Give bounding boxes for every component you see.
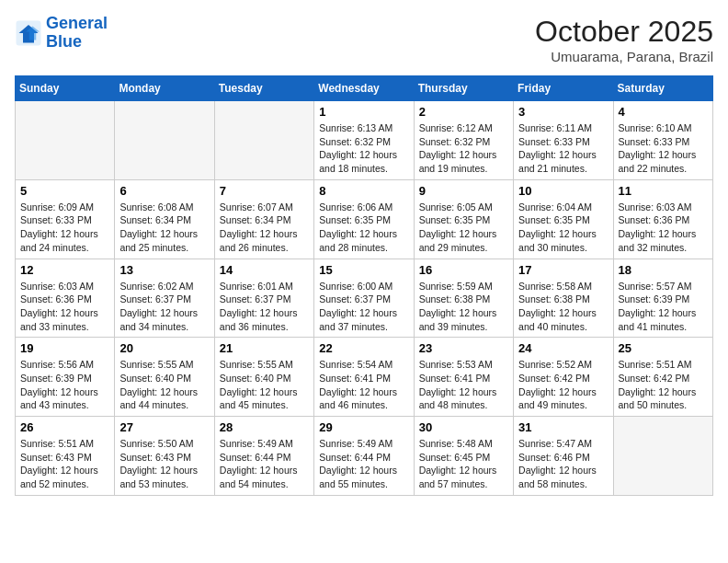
day-info: Sunrise: 5:55 AM Sunset: 6:40 PM Dayligh… [220, 358, 309, 412]
day-cell: 6Sunrise: 6:08 AM Sunset: 6:34 PM Daylig… [115, 179, 214, 259]
header-day-sunday: Sunday [16, 76, 115, 101]
day-cell: 3Sunrise: 6:11 AM Sunset: 6:33 PM Daylig… [514, 101, 613, 180]
day-cell: 19Sunrise: 5:56 AM Sunset: 6:39 PM Dayli… [16, 338, 115, 417]
day-number: 18 [619, 263, 708, 277]
day-info: Sunrise: 6:03 AM Sunset: 6:36 PM Dayligh… [619, 201, 708, 255]
day-cell: 21Sunrise: 5:55 AM Sunset: 6:40 PM Dayli… [214, 338, 313, 417]
day-number: 31 [518, 420, 608, 434]
day-info: Sunrise: 6:13 AM Sunset: 6:32 PM Dayligh… [319, 121, 408, 176]
header-day-thursday: Thursday [414, 76, 513, 101]
calendar-header: SundayMondayTuesdayWednesdayThursdayFrid… [16, 76, 713, 101]
day-cell: 30Sunrise: 5:48 AM Sunset: 6:45 PM Dayli… [414, 417, 513, 496]
day-info: Sunrise: 5:55 AM Sunset: 6:40 PM Dayligh… [119, 358, 209, 412]
day-number: 24 [518, 341, 608, 355]
day-number: 11 [619, 184, 708, 198]
day-info: Sunrise: 5:58 AM Sunset: 6:38 PM Dayligh… [518, 280, 608, 334]
day-info: Sunrise: 5:53 AM Sunset: 6:41 PM Dayligh… [419, 358, 508, 412]
day-cell [115, 101, 214, 180]
day-cell: 20Sunrise: 5:55 AM Sunset: 6:40 PM Dayli… [115, 338, 214, 417]
day-number: 16 [419, 263, 508, 277]
day-number: 26 [20, 420, 109, 434]
day-info: Sunrise: 5:52 AM Sunset: 6:42 PM Dayligh… [518, 358, 608, 412]
day-number: 4 [619, 105, 708, 119]
day-cell: 17Sunrise: 5:58 AM Sunset: 6:38 PM Dayli… [514, 259, 613, 338]
day-info: Sunrise: 6:10 AM Sunset: 6:33 PM Dayligh… [619, 121, 708, 176]
day-number: 14 [220, 263, 309, 277]
day-info: Sunrise: 6:07 AM Sunset: 6:34 PM Dayligh… [220, 201, 309, 255]
day-number: 29 [319, 420, 408, 434]
day-cell: 7Sunrise: 6:07 AM Sunset: 6:34 PM Daylig… [214, 179, 313, 259]
day-number: 9 [419, 184, 508, 198]
day-info: Sunrise: 5:49 AM Sunset: 6:44 PM Dayligh… [319, 437, 408, 491]
month-title: October 2025 [535, 15, 713, 49]
day-cell: 25Sunrise: 5:51 AM Sunset: 6:42 PM Dayli… [613, 338, 712, 417]
day-info: Sunrise: 6:03 AM Sunset: 6:36 PM Dayligh… [20, 280, 109, 334]
day-info: Sunrise: 6:02 AM Sunset: 6:37 PM Dayligh… [119, 280, 209, 334]
day-info: Sunrise: 6:12 AM Sunset: 6:32 PM Dayligh… [419, 121, 508, 176]
day-cell: 15Sunrise: 6:00 AM Sunset: 6:37 PM Dayli… [314, 259, 414, 338]
day-number: 23 [419, 341, 508, 355]
day-cell: 23Sunrise: 5:53 AM Sunset: 6:41 PM Dayli… [414, 338, 513, 417]
logo-icon [15, 19, 42, 47]
day-cell: 9Sunrise: 6:05 AM Sunset: 6:35 PM Daylig… [414, 179, 513, 259]
day-info: Sunrise: 6:00 AM Sunset: 6:37 PM Dayligh… [319, 280, 408, 334]
day-number: 20 [119, 341, 209, 355]
day-number: 13 [119, 263, 209, 277]
day-number: 27 [119, 420, 209, 434]
title-block: October 2025 Umuarama, Parana, Brazil [535, 15, 713, 64]
day-cell [613, 417, 712, 496]
day-info: Sunrise: 5:49 AM Sunset: 6:44 PM Dayligh… [220, 437, 309, 491]
week-row-1: 1Sunrise: 6:13 AM Sunset: 6:32 PM Daylig… [16, 101, 713, 180]
header-day-saturday: Saturday [613, 76, 712, 101]
week-row-3: 12Sunrise: 6:03 AM Sunset: 6:36 PM Dayli… [16, 259, 713, 338]
week-row-2: 5Sunrise: 6:09 AM Sunset: 6:33 PM Daylig… [16, 179, 713, 259]
day-cell: 11Sunrise: 6:03 AM Sunset: 6:36 PM Dayli… [613, 179, 712, 259]
day-number: 15 [319, 263, 408, 277]
day-cell: 12Sunrise: 6:03 AM Sunset: 6:36 PM Dayli… [16, 259, 115, 338]
day-info: Sunrise: 5:51 AM Sunset: 6:42 PM Dayligh… [619, 358, 708, 412]
day-number: 19 [20, 341, 109, 355]
day-info: Sunrise: 6:06 AM Sunset: 6:35 PM Dayligh… [319, 201, 408, 255]
day-cell: 31Sunrise: 5:47 AM Sunset: 6:46 PM Dayli… [514, 417, 613, 496]
day-info: Sunrise: 6:04 AM Sunset: 6:35 PM Dayligh… [518, 201, 608, 255]
day-number: 30 [419, 420, 508, 434]
day-cell: 26Sunrise: 5:51 AM Sunset: 6:43 PM Dayli… [16, 417, 115, 496]
calendar-table: SundayMondayTuesdayWednesdayThursdayFrid… [15, 75, 713, 496]
header-day-wednesday: Wednesday [314, 76, 414, 101]
day-number: 2 [419, 105, 508, 119]
day-number: 21 [220, 341, 309, 355]
day-info: Sunrise: 6:05 AM Sunset: 6:35 PM Dayligh… [419, 201, 508, 255]
day-cell: 27Sunrise: 5:50 AM Sunset: 6:43 PM Dayli… [115, 417, 214, 496]
day-cell [16, 101, 115, 180]
day-info: Sunrise: 5:56 AM Sunset: 6:39 PM Dayligh… [20, 358, 109, 412]
day-number: 12 [20, 263, 109, 277]
page-header: General Blue October 2025 Umuarama, Para… [15, 15, 713, 64]
logo: General Blue [15, 15, 108, 52]
day-info: Sunrise: 6:08 AM Sunset: 6:34 PM Dayligh… [119, 201, 209, 255]
day-cell: 4Sunrise: 6:10 AM Sunset: 6:33 PM Daylig… [613, 101, 712, 180]
day-cell: 2Sunrise: 6:12 AM Sunset: 6:32 PM Daylig… [414, 101, 513, 180]
header-row: SundayMondayTuesdayWednesdayThursdayFrid… [16, 76, 713, 101]
day-number: 10 [518, 184, 608, 198]
day-number: 6 [119, 184, 209, 198]
logo-text: General Blue [46, 15, 108, 52]
day-number: 3 [518, 105, 608, 119]
week-row-5: 26Sunrise: 5:51 AM Sunset: 6:43 PM Dayli… [16, 417, 713, 496]
day-number: 5 [20, 184, 109, 198]
day-cell: 5Sunrise: 6:09 AM Sunset: 6:33 PM Daylig… [16, 179, 115, 259]
day-info: Sunrise: 6:11 AM Sunset: 6:33 PM Dayligh… [518, 121, 608, 176]
day-info: Sunrise: 6:09 AM Sunset: 6:33 PM Dayligh… [20, 201, 109, 255]
week-row-4: 19Sunrise: 5:56 AM Sunset: 6:39 PM Dayli… [16, 338, 713, 417]
day-number: 7 [220, 184, 309, 198]
day-info: Sunrise: 5:57 AM Sunset: 6:39 PM Dayligh… [619, 280, 708, 334]
day-info: Sunrise: 5:50 AM Sunset: 6:43 PM Dayligh… [119, 437, 209, 491]
day-cell: 14Sunrise: 6:01 AM Sunset: 6:37 PM Dayli… [214, 259, 313, 338]
header-day-tuesday: Tuesday [214, 76, 313, 101]
day-cell: 24Sunrise: 5:52 AM Sunset: 6:42 PM Dayli… [514, 338, 613, 417]
location: Umuarama, Parana, Brazil [535, 49, 713, 64]
day-number: 22 [319, 341, 408, 355]
day-cell: 18Sunrise: 5:57 AM Sunset: 6:39 PM Dayli… [613, 259, 712, 338]
day-cell: 16Sunrise: 5:59 AM Sunset: 6:38 PM Dayli… [414, 259, 513, 338]
header-day-monday: Monday [115, 76, 214, 101]
header-day-friday: Friday [514, 76, 613, 101]
